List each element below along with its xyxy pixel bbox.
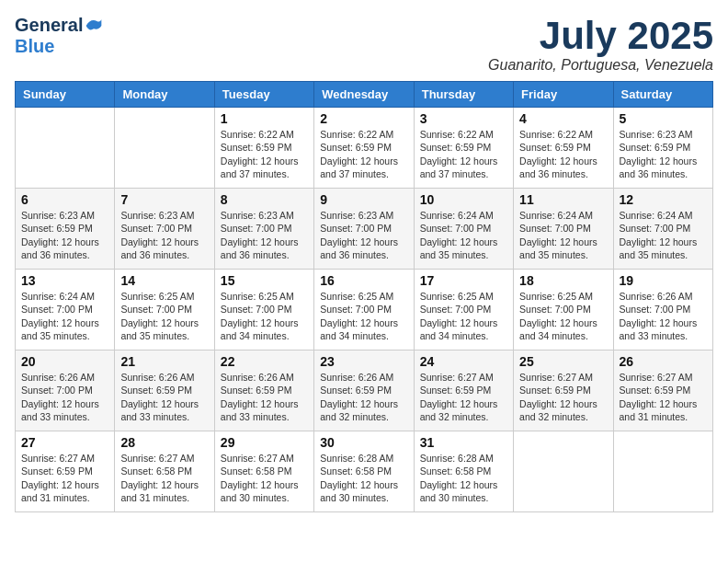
day-number: 5 — [620, 111, 707, 126]
weekday-header: Friday — [514, 82, 613, 108]
calendar-week-row: 27Sunrise: 6:27 AM Sunset: 6:59 PM Dayli… — [16, 431, 713, 512]
day-number: 7 — [120, 192, 208, 207]
day-info: Sunrise: 6:25 AM Sunset: 7:00 PM Dayligh… — [320, 290, 407, 342]
calendar-cell: 7Sunrise: 6:23 AM Sunset: 7:00 PM Daylig… — [115, 189, 214, 270]
calendar-cell: 13Sunrise: 6:24 AM Sunset: 7:00 PM Dayli… — [16, 270, 115, 350]
day-info: Sunrise: 6:26 AM Sunset: 7:00 PM Dayligh… — [21, 371, 108, 423]
calendar-cell: 11Sunrise: 6:24 AM Sunset: 7:00 PM Dayli… — [514, 189, 613, 270]
day-number: 1 — [221, 111, 308, 126]
day-number: 9 — [320, 192, 407, 207]
day-number: 17 — [420, 273, 507, 288]
calendar-cell: 15Sunrise: 6:25 AM Sunset: 7:00 PM Dayli… — [214, 270, 313, 350]
day-info: Sunrise: 6:25 AM Sunset: 7:00 PM Dayligh… — [120, 290, 208, 342]
calendar-cell: 5Sunrise: 6:23 AM Sunset: 6:59 PM Daylig… — [613, 108, 712, 189]
weekday-header: Tuesday — [214, 82, 313, 108]
calendar-cell: 8Sunrise: 6:23 AM Sunset: 7:00 PM Daylig… — [214, 189, 313, 270]
calendar-cell: 10Sunrise: 6:24 AM Sunset: 7:00 PM Dayli… — [414, 189, 513, 270]
day-info: Sunrise: 6:27 AM Sunset: 6:58 PM Dayligh… — [221, 452, 308, 504]
day-info: Sunrise: 6:23 AM Sunset: 6:59 PM Dayligh… — [620, 128, 707, 180]
calendar-cell: 3Sunrise: 6:22 AM Sunset: 6:59 PM Daylig… — [414, 108, 513, 189]
day-info: Sunrise: 6:23 AM Sunset: 7:00 PM Dayligh… — [320, 209, 407, 261]
day-number: 18 — [519, 273, 607, 288]
day-info: Sunrise: 6:24 AM Sunset: 7:00 PM Dayligh… — [519, 209, 607, 261]
calendar-cell: 20Sunrise: 6:26 AM Sunset: 7:00 PM Dayli… — [16, 350, 115, 431]
day-info: Sunrise: 6:28 AM Sunset: 6:58 PM Dayligh… — [320, 452, 407, 504]
day-number: 10 — [420, 192, 507, 207]
calendar-cell: 22Sunrise: 6:26 AM Sunset: 6:59 PM Dayli… — [214, 350, 313, 431]
calendar-cell: 26Sunrise: 6:27 AM Sunset: 6:59 PM Dayli… — [613, 350, 712, 431]
calendar-cell — [16, 108, 115, 189]
weekday-header: Sunday — [16, 82, 115, 108]
calendar-cell: 17Sunrise: 6:25 AM Sunset: 7:00 PM Dayli… — [414, 270, 513, 350]
day-info: Sunrise: 6:27 AM Sunset: 6:58 PM Dayligh… — [120, 452, 208, 504]
calendar-cell: 29Sunrise: 6:27 AM Sunset: 6:58 PM Dayli… — [214, 431, 313, 512]
day-number: 31 — [420, 435, 507, 450]
day-number: 13 — [21, 273, 108, 288]
day-info: Sunrise: 6:23 AM Sunset: 7:00 PM Dayligh… — [120, 209, 208, 261]
day-number: 4 — [519, 111, 607, 126]
calendar-cell: 28Sunrise: 6:27 AM Sunset: 6:58 PM Dayli… — [115, 431, 214, 512]
day-number: 19 — [620, 273, 707, 288]
day-info: Sunrise: 6:23 AM Sunset: 7:00 PM Dayligh… — [221, 209, 308, 261]
calendar-week-row: 6Sunrise: 6:23 AM Sunset: 6:59 PM Daylig… — [16, 189, 713, 270]
day-info: Sunrise: 6:26 AM Sunset: 6:59 PM Dayligh… — [221, 371, 308, 423]
day-number: 24 — [420, 354, 507, 369]
day-number: 27 — [21, 435, 108, 450]
day-number: 8 — [221, 192, 308, 207]
calendar-cell — [115, 108, 214, 189]
calendar-cell: 12Sunrise: 6:24 AM Sunset: 7:00 PM Dayli… — [613, 189, 712, 270]
day-number: 21 — [120, 354, 208, 369]
day-number: 20 — [21, 354, 108, 369]
day-number: 11 — [519, 192, 607, 207]
weekday-header-row: SundayMondayTuesdayWednesdayThursdayFrid… — [16, 82, 713, 108]
weekday-header: Wednesday — [314, 82, 414, 108]
day-number: 15 — [221, 273, 308, 288]
calendar-cell: 2Sunrise: 6:22 AM Sunset: 6:59 PM Daylig… — [314, 108, 414, 189]
day-number: 29 — [221, 435, 308, 450]
weekday-header: Monday — [115, 82, 214, 108]
day-number: 3 — [420, 111, 507, 126]
calendar-cell: 9Sunrise: 6:23 AM Sunset: 7:00 PM Daylig… — [314, 189, 414, 270]
day-info: Sunrise: 6:24 AM Sunset: 7:00 PM Dayligh… — [620, 209, 707, 261]
logo-blue: Blue — [15, 36, 54, 56]
day-number: 23 — [320, 354, 407, 369]
calendar-cell: 24Sunrise: 6:27 AM Sunset: 6:59 PM Dayli… — [414, 350, 513, 431]
logo-icon — [85, 17, 103, 35]
calendar-table: SundayMondayTuesdayWednesdayThursdayFrid… — [15, 81, 713, 512]
title-block: July 2025 Guanarito, Portuguesa, Venezue… — [488, 15, 713, 74]
calendar-cell: 1Sunrise: 6:22 AM Sunset: 6:59 PM Daylig… — [214, 108, 313, 189]
calendar-cell: 23Sunrise: 6:26 AM Sunset: 6:59 PM Dayli… — [314, 350, 414, 431]
calendar-week-row: 1Sunrise: 6:22 AM Sunset: 6:59 PM Daylig… — [16, 108, 713, 189]
day-number: 28 — [120, 435, 208, 450]
day-info: Sunrise: 6:23 AM Sunset: 6:59 PM Dayligh… — [21, 209, 108, 261]
day-number: 30 — [320, 435, 407, 450]
calendar-cell — [613, 431, 712, 512]
day-info: Sunrise: 6:22 AM Sunset: 6:59 PM Dayligh… — [221, 128, 308, 180]
day-info: Sunrise: 6:22 AM Sunset: 6:59 PM Dayligh… — [420, 128, 507, 180]
calendar-cell: 18Sunrise: 6:25 AM Sunset: 7:00 PM Dayli… — [514, 270, 613, 350]
calendar-cell: 4Sunrise: 6:22 AM Sunset: 6:59 PM Daylig… — [514, 108, 613, 189]
calendar-cell: 30Sunrise: 6:28 AM Sunset: 6:58 PM Dayli… — [314, 431, 414, 512]
day-info: Sunrise: 6:22 AM Sunset: 6:59 PM Dayligh… — [519, 128, 607, 180]
calendar-week-row: 13Sunrise: 6:24 AM Sunset: 7:00 PM Dayli… — [16, 270, 713, 350]
weekday-header: Saturday — [613, 82, 712, 108]
day-number: 12 — [620, 192, 707, 207]
day-info: Sunrise: 6:27 AM Sunset: 6:59 PM Dayligh… — [620, 371, 707, 423]
day-number: 6 — [21, 192, 108, 207]
day-info: Sunrise: 6:25 AM Sunset: 7:00 PM Dayligh… — [420, 290, 507, 342]
page-header: General Blue July 2025 Guanarito, Portug… — [15, 15, 713, 74]
day-number: 25 — [519, 354, 607, 369]
logo: General Blue — [15, 15, 103, 57]
day-info: Sunrise: 6:26 AM Sunset: 6:59 PM Dayligh… — [320, 371, 407, 423]
calendar-cell: 31Sunrise: 6:28 AM Sunset: 6:58 PM Dayli… — [414, 431, 513, 512]
day-info: Sunrise: 6:27 AM Sunset: 6:59 PM Dayligh… — [420, 371, 507, 423]
day-info: Sunrise: 6:24 AM Sunset: 7:00 PM Dayligh… — [420, 209, 507, 261]
calendar-week-row: 20Sunrise: 6:26 AM Sunset: 7:00 PM Dayli… — [16, 350, 713, 431]
calendar-cell: 14Sunrise: 6:25 AM Sunset: 7:00 PM Dayli… — [115, 270, 214, 350]
day-info: Sunrise: 6:25 AM Sunset: 7:00 PM Dayligh… — [221, 290, 308, 342]
calendar-cell: 21Sunrise: 6:26 AM Sunset: 6:59 PM Dayli… — [115, 350, 214, 431]
day-info: Sunrise: 6:22 AM Sunset: 6:59 PM Dayligh… — [320, 128, 407, 180]
calendar-cell: 6Sunrise: 6:23 AM Sunset: 6:59 PM Daylig… — [16, 189, 115, 270]
location-subtitle: Guanarito, Portuguesa, Venezuela — [488, 57, 713, 74]
day-number: 22 — [221, 354, 308, 369]
